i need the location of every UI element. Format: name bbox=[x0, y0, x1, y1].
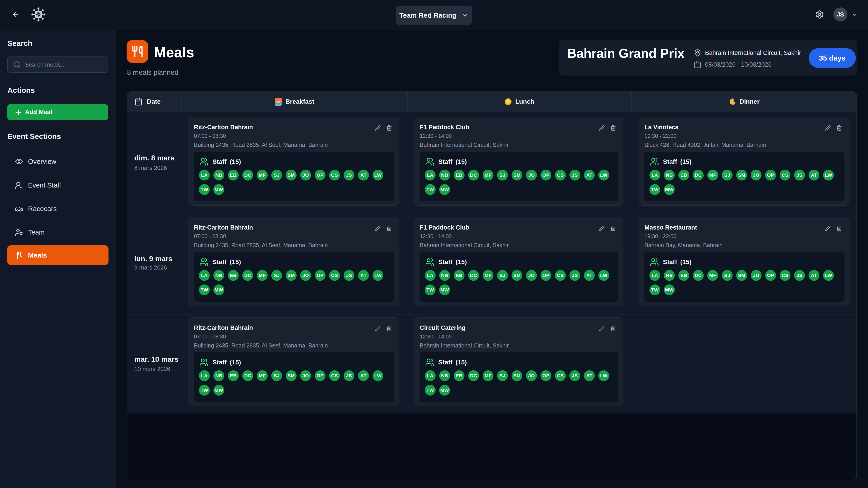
svg-text:R: R bbox=[37, 13, 40, 17]
